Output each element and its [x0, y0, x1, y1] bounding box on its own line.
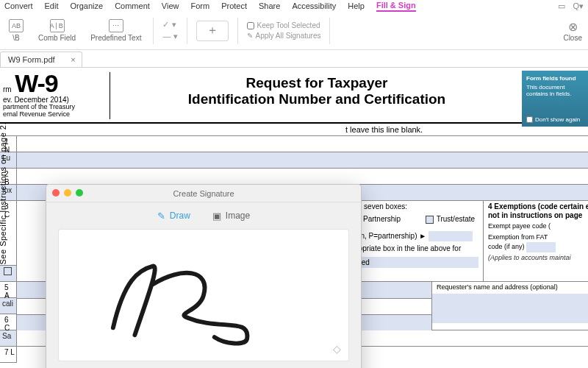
search-icon[interactable]: Q▾ — [573, 1, 584, 11]
text-field-button[interactable]: AB \B — [6, 18, 26, 43]
keep-tool-option[interactable]: Keep Tool Selected — [247, 21, 321, 29]
check-icon[interactable]: ✓ ▾ — [162, 20, 177, 29]
tab-close-icon[interactable]: × — [71, 55, 75, 64]
row-num-7: 7 L — [0, 347, 16, 363]
tab-label: W9 Form.pdf — [8, 55, 55, 64]
toolbar-label: Predefined Text — [90, 34, 141, 42]
side-instructions-label: See Specific Instructions on page 2. — [0, 122, 7, 265]
signature-stroke — [59, 230, 348, 361]
form-dept2: ernal Revenue Service — [3, 111, 110, 118]
fit-page-icon[interactable]: ▭ — [558, 1, 565, 11]
title-line-1: Request for Taxpayer — [110, 75, 523, 91]
requester-block: Requester's name and address (optional) — [431, 282, 588, 330]
create-signature-dialog: Create Signature ✎ Draw ▣ Image ◇ Cancel… — [46, 184, 362, 368]
classification-code-field[interactable] — [429, 231, 473, 241]
title-line-2: Identification Number and Certification — [110, 91, 523, 107]
separator — [329, 18, 330, 44]
menu-item[interactable]: Help — [348, 1, 365, 10]
document-tab[interactable]: W9 Form.pdf × — [0, 52, 82, 67]
form-header: rm W-9 ev. December 2014) partment of th… — [0, 68, 588, 119]
menu-item[interactable]: Organize — [71, 1, 104, 10]
toolbar-label: \B — [12, 34, 19, 42]
close-window-icon[interactable] — [52, 189, 60, 197]
keep-tool-checkbox[interactable] — [247, 22, 254, 29]
comb-field-icon: A|B — [50, 19, 65, 32]
exemptions-block: 4 Exemptions (code certain entities, not… — [483, 201, 588, 281]
menu-item[interactable]: Accessibility — [292, 1, 336, 10]
form-code: W-9 — [15, 69, 58, 97]
dont-show-again[interactable]: Don't show again — [526, 116, 580, 123]
eraser-icon[interactable]: ◇ — [333, 343, 341, 355]
row-num-6: 6 C — [0, 314, 16, 330]
menu-item[interactable]: Edit — [45, 1, 59, 10]
apply-all-option[interactable]: ✎ Apply All Signatures — [247, 32, 321, 40]
line1-fill[interactable] — [17, 152, 588, 169]
row-fill-5[interactable]: cali — [0, 298, 16, 314]
notification-title: Form fields found — [526, 75, 584, 82]
comb-field-button[interactable]: A|B Comb Field — [35, 18, 79, 43]
form-header-left: rm W-9 ev. December 2014) partment of th… — [0, 72, 110, 119]
tool-options: Keep Tool Selected ✎ Apply All Signature… — [247, 21, 321, 40]
signature-canvas[interactable]: ◇ — [58, 229, 349, 361]
tab-draw[interactable]: ✎ Draw — [157, 210, 190, 222]
line-1-instruction: t leave this line blank. — [0, 124, 588, 136]
form-title: Request for Taxpayer Identification Numb… — [110, 72, 523, 119]
zoom-window-icon[interactable] — [76, 189, 83, 197]
toolbar: AB \B A|B Comb Field ⋯ Predefined Text ✓… — [0, 12, 588, 50]
window-controls — [52, 189, 83, 197]
document-viewport: See Specific Instructions on page 2. rm … — [0, 68, 588, 368]
menu-item-fill-sign[interactable]: Fill & Sign — [376, 1, 416, 12]
document-tabstrip: W9 Form.pdf × — [0, 50, 588, 68]
close-panel-button[interactable]: ⊗ Close — [563, 20, 582, 42]
line1-blank — [17, 136, 588, 152]
pencil-icon: ✎ — [157, 210, 165, 222]
add-signature-button[interactable]: ＋ — [196, 21, 229, 41]
menu-item[interactable]: Comment — [115, 1, 150, 10]
close-icon: ⊗ — [568, 20, 578, 34]
separator — [153, 18, 154, 44]
text-field-icon: AB — [9, 19, 24, 32]
separator — [237, 18, 238, 44]
dont-show-checkbox[interactable] — [526, 116, 533, 123]
dialog-title: Create Signature — [173, 189, 234, 198]
app-menubar: Convert Edit Organize Comment View Form … — [0, 0, 588, 12]
row-num-5: 5 A — [0, 282, 16, 298]
close-label: Close — [563, 34, 582, 42]
separator — [187, 18, 187, 44]
toolbar-label: Comb Field — [38, 34, 76, 42]
notification-body: This document contains in fields. — [526, 84, 584, 97]
predefined-text-button[interactable]: ⋯ Predefined Text — [87, 18, 144, 43]
predefined-text-icon: ⋯ — [109, 19, 123, 32]
menu-item[interactable]: Form — [190, 1, 209, 10]
menu-item[interactable]: View — [162, 1, 179, 10]
form-prefix: rm — [3, 85, 12, 93]
view-controls: ▭ Q▾ — [558, 1, 584, 11]
mark-icons: ✓ ▾ — ▾ — [162, 20, 177, 41]
minimize-window-icon[interactable] — [64, 189, 71, 197]
dialog-titlebar[interactable]: Create Signature — [46, 185, 361, 202]
fatca-code-field[interactable] — [526, 242, 556, 252]
dialog-tabs: ✎ Draw ▣ Image — [46, 202, 361, 229]
trust-checkbox[interactable] — [426, 216, 434, 224]
signature-canvas-wrap: ◇ — [46, 229, 361, 368]
line-icon[interactable]: — ▾ — [162, 32, 177, 41]
menu-item[interactable]: Protect — [221, 1, 247, 10]
line2-blank — [17, 169, 588, 185]
pen-icon: ✎ — [247, 32, 253, 40]
menu-item[interactable]: Convert — [4, 1, 33, 10]
requester-field[interactable] — [432, 294, 588, 323]
form-fields-notification[interactable]: Form fields found This document contains… — [522, 71, 588, 127]
form-checkbox[interactable] — [4, 267, 12, 275]
row-fill-6[interactable]: Sa — [0, 330, 16, 347]
image-icon: ▣ — [212, 210, 221, 222]
menu-item[interactable]: Share — [259, 1, 280, 10]
tab-image[interactable]: ▣ Image — [212, 210, 250, 222]
